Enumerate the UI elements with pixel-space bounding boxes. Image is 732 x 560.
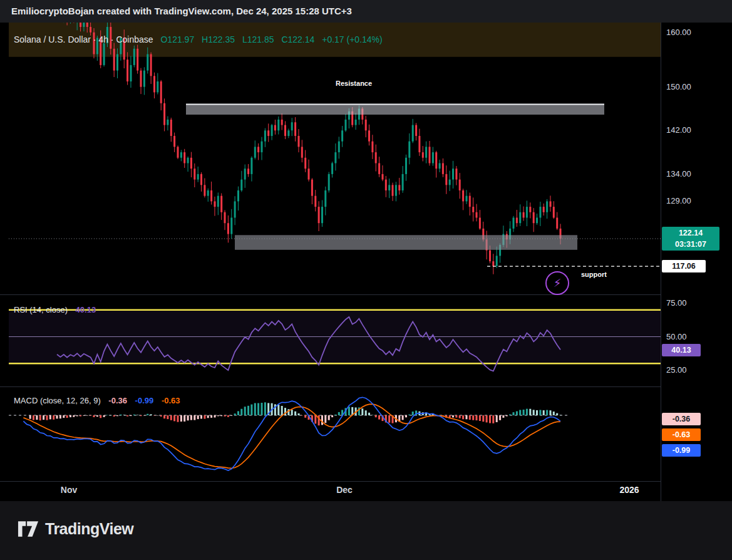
macd-legend: MACD (close, 12, 26, 9) -0.36 -0.99 -0.6… <box>14 396 180 405</box>
resistance-label[interactable]: Resistance <box>336 80 372 87</box>
tradingview-chart-snapshot: EmiliocryptoBojan created with TradingVi… <box>0 0 732 560</box>
ohlc-open: O121.97 <box>160 34 194 44</box>
price-change: +0.17 (+0.14%) <box>322 34 383 44</box>
macd-line-value: -0.99 <box>135 396 154 405</box>
bar-countdown: 03:31:07 <box>662 239 719 250</box>
attribution-bar: EmiliocryptoBojan created with TradingVi… <box>0 0 732 23</box>
rsi-legend: RSI (14, close) 40.13 <box>14 305 96 314</box>
tradingview-logo-icon <box>18 521 39 537</box>
axis-label-nov: Nov <box>54 485 84 495</box>
price-scale-tick: 129.00 <box>666 196 691 206</box>
price-pane[interactable] <box>0 23 661 294</box>
macd-value-badge: -0.63 <box>662 428 701 441</box>
axis-label-2026: 2026 <box>614 485 644 495</box>
symbol-legend: Solana / U.S. Dollar · 4h · Coinbase O12… <box>14 34 383 44</box>
ohlc-close: C122.14 <box>281 34 314 44</box>
support-label[interactable]: support <box>581 271 607 278</box>
rsi-value: 40.13 <box>76 305 96 314</box>
brand-name: TradingView <box>45 520 133 538</box>
rsi-chart-canvas[interactable] <box>0 295 661 386</box>
rsi-scale-tick: 75.00 <box>666 298 687 308</box>
price-scale-tick: 142.00 <box>666 125 691 135</box>
lightning-icon[interactable]: ⚡ <box>545 271 569 295</box>
last-price-value: 122.14 <box>662 227 719 239</box>
axis-label-dec: Dec <box>329 485 359 495</box>
ohlc-high: H122.35 <box>202 34 235 44</box>
price-scale-tick: 160.00 <box>666 28 691 38</box>
macd-signal-value: -0.63 <box>162 396 180 405</box>
footer: TradingView <box>0 501 732 560</box>
axis-separator <box>0 481 732 482</box>
ohlc-low: L121.85 <box>242 34 274 44</box>
macd-label[interactable]: MACD (close, 12, 26, 9) <box>14 396 101 405</box>
lightning-glyph: ⚡ <box>554 277 562 289</box>
rsi-pane[interactable] <box>0 295 661 386</box>
price-scale-tick: 150.00 <box>666 82 691 92</box>
last-price-badge: 122.14 03:31:07 <box>662 227 719 251</box>
pane-separator[interactable] <box>0 386 732 387</box>
pane-separator[interactable] <box>0 294 732 295</box>
price-scale-tick: 134.00 <box>666 169 691 179</box>
tradingview-brand[interactable]: TradingView <box>18 520 133 538</box>
low-price-badge: 117.06 <box>662 260 706 272</box>
macd-value-badge: -0.36 <box>662 413 701 425</box>
macd-hist-value: -0.36 <box>108 396 127 405</box>
rsi-label[interactable]: RSI (14, close) <box>14 305 68 314</box>
rsi-scale-tick: 50.00 <box>666 332 687 342</box>
rsi-scale-tick: 25.00 <box>666 365 687 375</box>
price-chart-canvas[interactable] <box>0 23 661 294</box>
macd-value-badge: -0.99 <box>662 444 701 457</box>
price-scale[interactable]: 122.14 03:31:07 117.06 40.13 160.00150.0… <box>661 23 732 501</box>
attribution-text: EmiliocryptoBojan created with TradingVi… <box>11 6 352 16</box>
symbol-title[interactable]: Solana / U.S. Dollar · 4h · Coinbase <box>14 34 153 44</box>
rsi-value-badge: 40.13 <box>662 344 701 356</box>
